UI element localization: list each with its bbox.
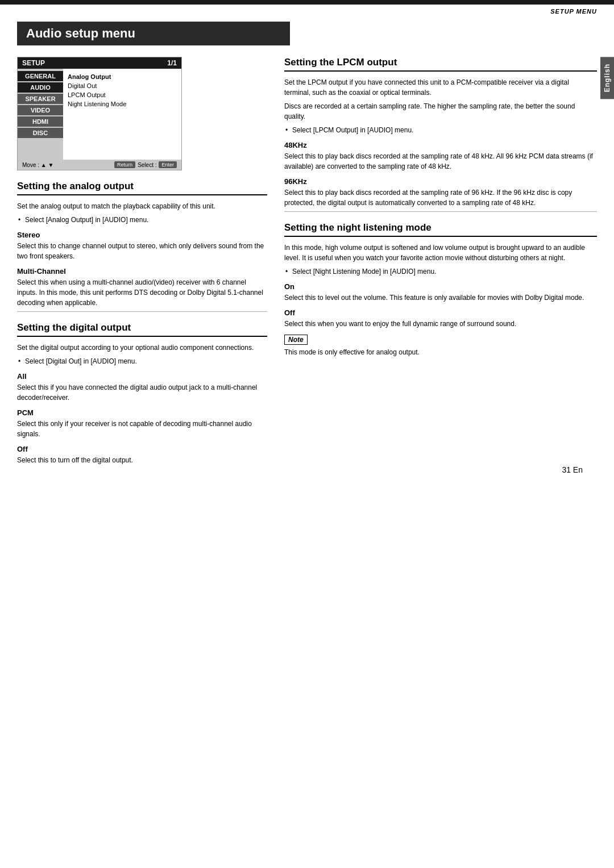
- note-box: Note This mode is only effective for ana…: [284, 335, 597, 357]
- setup-menu-header: SETUP 1/1: [18, 57, 181, 69]
- digital-output-bullet: Select [Digital Out] in [AUDIO] menu.: [25, 356, 267, 366]
- return-button: Return: [114, 161, 135, 168]
- pcm-text: Select this only if your receiver is not…: [17, 419, 267, 439]
- sidebar-item-speaker: SPEAKER: [18, 94, 63, 104]
- setup-page: 1/1: [167, 59, 177, 67]
- lpcm-output-title: Setting the LPCM output: [284, 57, 597, 72]
- analog-output-title: Setting the analog output: [17, 181, 267, 195]
- lpcm-bullet: Select [LPCM Output] in [AUDIO] menu.: [292, 125, 597, 135]
- multi-channel-text: Select this when using a multi-channel a…: [17, 277, 267, 308]
- top-bar: SETUP MENU: [0, 0, 614, 5]
- menu-item-digital-out: Digital Out: [68, 81, 177, 90]
- off-text: Select this when you want to enjoy the f…: [284, 319, 597, 329]
- night-listening-title: Setting the night listening mode: [284, 222, 597, 237]
- setup-body: GENERAL AUDIO SPEAKER VIDEO HDMI DISC An…: [18, 69, 181, 160]
- note-text: This mode is only effective for analog o…: [284, 347, 597, 357]
- stereo-heading: Stereo: [17, 231, 267, 239]
- sidebar-item-disc: DISC: [18, 128, 63, 138]
- sidebar-item-audio: AUDIO: [18, 82, 63, 93]
- note-label: Note: [284, 335, 308, 345]
- all-text: Select this if you have connected the di…: [17, 382, 267, 403]
- move-label: Move : ▲ ▼: [22, 162, 53, 168]
- analog-output-intro: Set the analog output to match the playb…: [17, 201, 267, 211]
- setup-label: SETUP: [22, 59, 45, 67]
- menu-item-lpcm-output: LPCM Output: [68, 90, 177, 99]
- pcm-heading: PCM: [17, 408, 267, 417]
- 48khz-text: Select this to play back discs recorded …: [284, 151, 597, 172]
- digital-off-heading: Off: [17, 445, 267, 453]
- menu-item-analog-output: Analog Output: [68, 72, 177, 81]
- digital-off-text: Select this to turn off the digital outp…: [17, 455, 267, 465]
- select-label: Select :: [138, 162, 156, 168]
- off-heading: Off: [284, 308, 597, 317]
- main-content: Audio setup menu SETUP 1/1 GENERAL AUDIO…: [0, 5, 614, 486]
- lpcm-intro: Set the LPCM output if you have connecte…: [284, 77, 597, 98]
- digital-output-intro: Set the digital output according to your…: [17, 343, 267, 353]
- digital-output-title: Setting the digital output: [17, 322, 267, 337]
- setup-menu-diagram: SETUP 1/1 GENERAL AUDIO SPEAKER VIDEO HD…: [17, 57, 182, 170]
- enter-button: Enter: [159, 161, 177, 168]
- left-column: SETUP 1/1 GENERAL AUDIO SPEAKER VIDEO HD…: [17, 57, 267, 469]
- 96khz-text: Select this to play back discs recorded …: [284, 187, 597, 208]
- two-column-layout: SETUP 1/1 GENERAL AUDIO SPEAKER VIDEO HD…: [17, 57, 597, 469]
- sidebar-item-video: VIDEO: [18, 105, 63, 115]
- lpcm-intro2: Discs are recorded at a certain sampling…: [284, 101, 597, 122]
- on-heading: On: [284, 282, 597, 291]
- page-title: Audio setup menu: [17, 22, 290, 45]
- night-listening-bullet: Select [Night Listening Mode] in [AUDIO]…: [292, 266, 597, 277]
- button-area: Return Select : Enter: [114, 161, 177, 168]
- setup-footer: Move : ▲ ▼ Return Select : Enter: [18, 160, 181, 170]
- 96khz-heading: 96KHz: [284, 177, 597, 186]
- 48khz-heading: 48KHz: [284, 141, 597, 149]
- all-heading: All: [17, 372, 267, 381]
- analog-output-bullet: Select [Analog Output] in [AUDIO] menu.: [25, 215, 267, 225]
- on-text: Select this to level out the volume. Thi…: [284, 293, 597, 303]
- sidebar-item-hdmi: HDMI: [18, 116, 63, 127]
- multi-channel-heading: Multi-Channel: [17, 267, 267, 276]
- stereo-text: Select this to change channel output to …: [17, 241, 267, 261]
- setup-sidebar: GENERAL AUDIO SPEAKER VIDEO HDMI DISC: [18, 69, 63, 160]
- sidebar-item-general: GENERAL: [18, 71, 63, 81]
- menu-item-night-listening: Night Listening Mode: [68, 99, 177, 108]
- right-column: Setting the LPCM output Set the LPCM out…: [284, 57, 597, 469]
- page-number: 31 En: [562, 465, 583, 474]
- night-listening-intro: In this mode, high volume output is soft…: [284, 243, 597, 263]
- setup-main-panel: Analog Output Digital Out LPCM Output Ni…: [63, 69, 181, 160]
